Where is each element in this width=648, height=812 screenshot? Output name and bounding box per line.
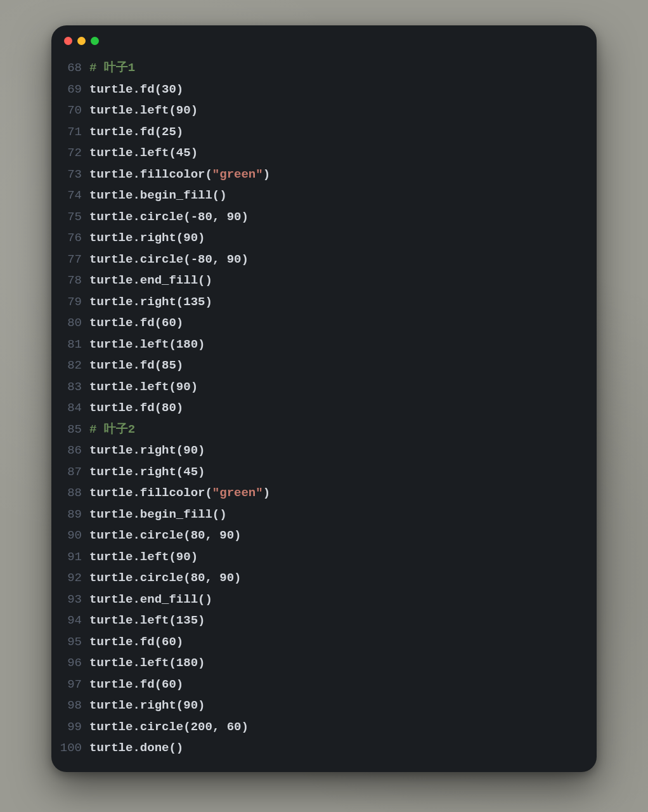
code-line[interactable]: 96turtle.left(180)	[51, 653, 597, 674]
token-punct: )	[242, 720, 249, 734]
token-punct: )	[176, 358, 183, 372]
token-number: -80	[191, 252, 212, 266]
code-line[interactable]: 99turtle.circle(200, 60)	[51, 717, 597, 738]
token-punct: .	[133, 550, 139, 564]
line-number: 78	[51, 270, 89, 292]
line-content: turtle.left(45)	[89, 143, 198, 164]
code-editor[interactable]: 68# 叶子169turtle.fd(30)70turtle.left(90)7…	[51, 53, 597, 759]
token-punct: )	[198, 337, 205, 351]
line-number: 79	[51, 292, 89, 313]
token-identifier: fd	[140, 401, 155, 415]
token-punct: )	[191, 380, 198, 394]
line-number: 91	[51, 547, 89, 568]
code-line[interactable]: 92turtle.circle(80, 90)	[51, 568, 597, 589]
token-punct: )	[176, 125, 183, 139]
code-line[interactable]: 93turtle.end_fill()	[51, 589, 597, 611]
token-punct: ,	[212, 720, 227, 734]
maximize-icon[interactable]	[91, 37, 99, 45]
token-identifier: turtle	[89, 337, 133, 351]
code-line[interactable]: 98turtle.right(90)	[51, 695, 597, 717]
code-line[interactable]: 73turtle.fillcolor("green")	[51, 164, 597, 186]
code-line[interactable]: 100turtle.done()	[51, 738, 597, 759]
token-punct: (	[176, 295, 183, 309]
token-identifier: fillcolor	[140, 167, 205, 181]
line-content: turtle.begin_fill()	[89, 504, 227, 526]
code-line[interactable]: 68# 叶子1	[51, 58, 597, 79]
line-number: 69	[51, 79, 89, 101]
token-number: 90	[176, 550, 191, 564]
token-identifier: left	[140, 380, 169, 394]
token-number: 90	[176, 103, 191, 117]
token-number: 60	[162, 678, 176, 691]
code-line[interactable]: 76turtle.right(90)	[51, 228, 597, 249]
code-line[interactable]: 89turtle.begin_fill()	[51, 504, 597, 526]
token-punct: (	[183, 528, 190, 542]
code-line[interactable]: 88turtle.fillcolor("green")	[51, 483, 597, 504]
line-number: 97	[51, 674, 89, 696]
code-line[interactable]: 97turtle.fd(60)	[51, 674, 597, 696]
line-content: turtle.left(90)	[89, 100, 198, 122]
code-line[interactable]: 91turtle.left(90)	[51, 547, 597, 568]
token-number: 135	[176, 613, 198, 627]
code-line[interactable]: 74turtle.begin_fill()	[51, 185, 597, 207]
code-line[interactable]: 87turtle.right(45)	[51, 462, 597, 483]
token-punct: )	[198, 656, 205, 670]
token-identifier: right	[140, 443, 176, 457]
code-line[interactable]: 77turtle.circle(-80, 90)	[51, 249, 597, 271]
token-punct: )	[198, 443, 205, 457]
minimize-icon[interactable]	[77, 37, 86, 45]
close-icon[interactable]	[64, 37, 72, 45]
token-identifier: left	[140, 656, 169, 670]
code-line[interactable]: 72turtle.left(45)	[51, 143, 597, 164]
token-punct: .	[133, 678, 139, 691]
code-line[interactable]: 82turtle.fd(85)	[51, 355, 597, 377]
editor-window: 68# 叶子169turtle.fd(30)70turtle.left(90)7…	[51, 25, 597, 772]
code-line[interactable]: 80turtle.fd(60)	[51, 313, 597, 334]
token-punct: ,	[212, 252, 227, 266]
line-content: turtle.fd(85)	[89, 355, 183, 377]
line-content: turtle.right(90)	[89, 695, 205, 717]
token-identifier: turtle	[89, 550, 133, 564]
token-number: 85	[162, 358, 176, 372]
code-line[interactable]: 94turtle.left(135)	[51, 610, 597, 632]
token-string: "green"	[212, 167, 263, 181]
code-line[interactable]: 79turtle.right(135)	[51, 292, 597, 313]
line-number: 92	[51, 568, 89, 589]
code-line[interactable]: 81turtle.left(180)	[51, 334, 597, 356]
token-punct: )	[191, 103, 198, 117]
token-punct: (	[205, 167, 212, 181]
code-line[interactable]: 71turtle.fd(25)	[51, 122, 597, 143]
code-line[interactable]: 90turtle.circle(80, 90)	[51, 525, 597, 547]
code-line[interactable]: 86turtle.right(90)	[51, 440, 597, 462]
token-punct: .	[133, 635, 139, 649]
token-punct: .	[133, 528, 139, 542]
token-identifier: turtle	[89, 741, 133, 755]
line-number: 95	[51, 632, 89, 653]
code-line[interactable]: 78turtle.end_fill()	[51, 270, 597, 292]
line-content: turtle.right(90)	[89, 228, 205, 249]
code-line[interactable]: 85# 叶子2	[51, 419, 597, 441]
line-number: 80	[51, 313, 89, 334]
line-number: 73	[51, 164, 89, 186]
token-punct: ()	[169, 741, 183, 755]
token-identifier: left	[140, 613, 169, 627]
token-identifier: left	[140, 103, 169, 117]
token-identifier: done	[140, 741, 169, 755]
code-line[interactable]: 95turtle.fd(60)	[51, 632, 597, 653]
line-content: turtle.fd(80)	[89, 398, 183, 419]
line-number: 84	[51, 398, 89, 419]
code-line[interactable]: 75turtle.circle(-80, 90)	[51, 207, 597, 228]
token-number: 45	[176, 146, 191, 160]
line-content: turtle.end_fill()	[89, 270, 212, 292]
token-punct: ()	[198, 593, 212, 606]
token-identifier: left	[140, 146, 169, 160]
token-number: 90	[219, 528, 234, 542]
code-line[interactable]: 69turtle.fd(30)	[51, 79, 597, 101]
token-punct: (	[169, 337, 176, 351]
token-identifier: end_fill	[140, 273, 198, 287]
line-content: turtle.right(45)	[89, 462, 205, 483]
code-line[interactable]: 70turtle.left(90)	[51, 100, 597, 122]
code-line[interactable]: 84turtle.fd(80)	[51, 398, 597, 419]
token-identifier: turtle	[89, 443, 133, 457]
code-line[interactable]: 83turtle.left(90)	[51, 377, 597, 398]
